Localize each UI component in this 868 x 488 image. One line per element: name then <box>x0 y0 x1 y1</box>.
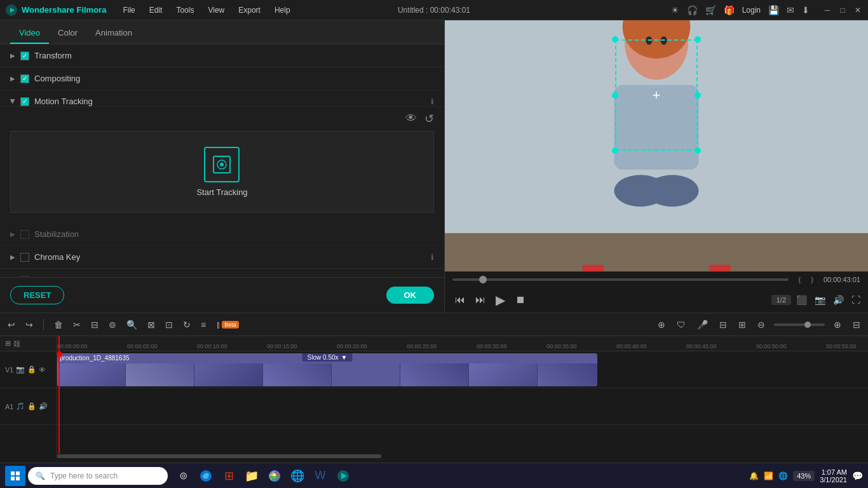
search-icon: 🔍 <box>36 471 45 480</box>
download-icon[interactable]: ⬇ <box>802 5 810 15</box>
taskbar-time-display: 1:07 AM <box>820 468 847 476</box>
timeline-scrollbar[interactable] <box>57 454 381 458</box>
crop-button[interactable]: ⊟ <box>88 318 101 331</box>
taskbar-clock[interactable]: 1:07 AM 3/1/2021 <box>820 468 847 484</box>
stabilization-checkbox[interactable] <box>20 230 29 239</box>
volume-icon[interactable]: 🔊 <box>833 295 844 305</box>
mic-tool[interactable]: 🎤 <box>695 318 710 331</box>
cortana-icon[interactable]: ⊚ <box>173 466 193 486</box>
fullscreen-icon[interactable]: ⛶ <box>851 295 860 305</box>
section-lens-correction[interactable]: ▶ Lens Correction <box>0 269 444 277</box>
gift-icon[interactable]: 🎁 <box>724 5 735 15</box>
skip-back-button[interactable]: ⏮ <box>452 292 468 308</box>
maximize-button[interactable]: □ <box>837 5 848 15</box>
a1-music-icon[interactable]: 🎵 <box>16 402 25 410</box>
adjust-button[interactable]: ≡ <box>198 318 208 331</box>
snapshot-button[interactable]: ⊡ <box>163 318 175 331</box>
preview-timeline-slider[interactable] <box>452 278 789 281</box>
menu-file[interactable]: File <box>116 3 141 17</box>
email-icon[interactable]: ✉ <box>787 5 794 15</box>
screenshot-icon[interactable]: 📷 <box>815 295 825 305</box>
subtitle-tool[interactable]: ⊞ <box>736 318 749 331</box>
fit-button[interactable]: ⊟ <box>850 318 863 331</box>
a1-lock-icon[interactable]: 🔒 <box>27 402 36 410</box>
word-icon[interactable]: W <box>310 466 330 486</box>
audio-btn[interactable]: ⫿ Beta <box>214 318 241 331</box>
ok-button[interactable]: OK <box>386 287 435 304</box>
wifi-icon[interactable]: 📶 <box>764 471 773 480</box>
tab-color[interactable]: Color <box>49 23 86 44</box>
cut-button[interactable]: ✂ <box>71 318 83 331</box>
quality-selector[interactable]: 1/2 <box>771 295 791 305</box>
motion-tracking-info[interactable]: ℹ <box>431 97 434 106</box>
zoom-slider[interactable] <box>774 323 825 326</box>
tracking-reset-icon[interactable]: ↺ <box>424 112 434 126</box>
chapter-tool[interactable]: ⊟ <box>717 318 729 331</box>
rotate-button[interactable]: ↻ <box>180 318 193 331</box>
tab-video[interactable]: Video <box>10 23 49 44</box>
delete-button[interactable]: 🗑 <box>51 318 65 331</box>
save-icon[interactable]: 💾 <box>768 5 779 15</box>
cart-icon[interactable]: 🛒 <box>705 5 716 15</box>
edge-icon[interactable] <box>196 466 216 486</box>
motion-track-tool[interactable]: ⊕ <box>655 318 668 331</box>
motion-tracking-checkbox[interactable]: ✓ <box>20 97 29 106</box>
filmora-taskbar-icon[interactable] <box>333 466 353 486</box>
close-button[interactable]: ✕ <box>853 5 863 15</box>
chroma-key-info[interactable]: ℹ <box>431 253 434 262</box>
chrome-icon[interactable] <box>264 466 285 486</box>
shield-tool[interactable]: 🛡 <box>674 318 688 331</box>
reset-button[interactable]: RESET <box>10 286 64 304</box>
compositing-checkbox[interactable]: ✓ <box>20 74 29 83</box>
stop-button[interactable]: ⏹ <box>513 292 528 308</box>
chroma-key-checkbox[interactable] <box>20 253 29 262</box>
v1-camera-icon[interactable]: 📷 <box>16 365 25 374</box>
video-clip[interactable]: Slow 0.50x ▼ production_1D_4881635 <box>57 353 597 386</box>
minimize-button[interactable]: ─ <box>822 5 832 15</box>
zoom-in-button[interactable]: ⊕ <box>831 318 844 331</box>
v1-lock-icon[interactable]: 🔒 <box>27 365 36 374</box>
lens-checkbox[interactable] <box>20 276 29 278</box>
section-stabilization[interactable]: ▶ Stabilization <box>0 223 444 246</box>
link-icon[interactable]: ⛓ <box>13 340 20 348</box>
snap-icon[interactable]: ⊞ <box>5 339 11 348</box>
play-button[interactable]: ▶ <box>493 290 508 310</box>
menu-edit[interactable]: Edit <box>143 3 169 17</box>
redo-button[interactable]: ↪ <box>23 318 36 331</box>
search-button[interactable]: 🔍 <box>124 318 140 331</box>
menu-help[interactable]: Help <box>268 3 297 17</box>
copy-button[interactable]: ⊚ <box>106 318 119 331</box>
headphones-icon[interactable]: 🎧 <box>687 5 698 15</box>
v1-eye-icon[interactable]: 👁 <box>39 366 46 374</box>
frame-back-button[interactable]: ⏭ <box>473 292 488 308</box>
menu-view[interactable]: View <box>201 3 231 17</box>
add-to-timeline-icon[interactable]: ⬛ <box>796 295 807 305</box>
undo-button[interactable]: ↩ <box>5 318 18 331</box>
battery-indicator[interactable]: 43% <box>793 471 815 481</box>
tab-animation[interactable]: Animation <box>86 23 141 44</box>
timeline-scroll-area[interactable]: 00:00:00:00 00:00:05:00 00:00:10:00 00:0… <box>57 336 868 459</box>
notification-icon[interactable]: 🔔 <box>749 471 759 480</box>
zoom-thumb <box>804 322 811 328</box>
start-button[interactable] <box>5 466 25 486</box>
notification-center-icon[interactable]: 💬 <box>852 471 863 481</box>
section-transform[interactable]: ▶ ✓ Transform <box>0 44 444 67</box>
network-icon[interactable]: 🌐 <box>778 471 788 480</box>
menu-tools[interactable]: Tools <box>170 3 200 17</box>
login-button[interactable]: Login <box>742 6 761 15</box>
section-motion-tracking[interactable]: ▶ ✓ Motion Tracking ℹ <box>0 90 444 107</box>
taskbar-search[interactable]: 🔍 Type here to search <box>28 467 168 485</box>
tracking-eye-icon[interactable]: 👁 <box>405 112 417 126</box>
menu-export[interactable]: Export <box>232 3 267 17</box>
transform-checkbox[interactable]: ✓ <box>20 51 29 60</box>
section-compositing[interactable]: ▶ ✓ Compositing <box>0 67 444 90</box>
zoom-out-button[interactable]: ⊖ <box>755 318 768 331</box>
office-icon[interactable]: ⊞ <box>219 466 239 486</box>
brightness-icon[interactable]: ☀ <box>671 5 679 15</box>
split-button[interactable]: ⊠ <box>145 318 158 331</box>
chrome-canary-icon[interactable]: 🌐 <box>287 466 308 486</box>
a1-volume-icon[interactable]: 🔊 <box>39 402 48 410</box>
explorer-icon[interactable]: 📁 <box>241 466 262 486</box>
start-tracking-button[interactable]: Start Tracking <box>196 147 247 197</box>
section-chroma-key[interactable]: ▶ Chroma Key ℹ <box>0 246 444 269</box>
